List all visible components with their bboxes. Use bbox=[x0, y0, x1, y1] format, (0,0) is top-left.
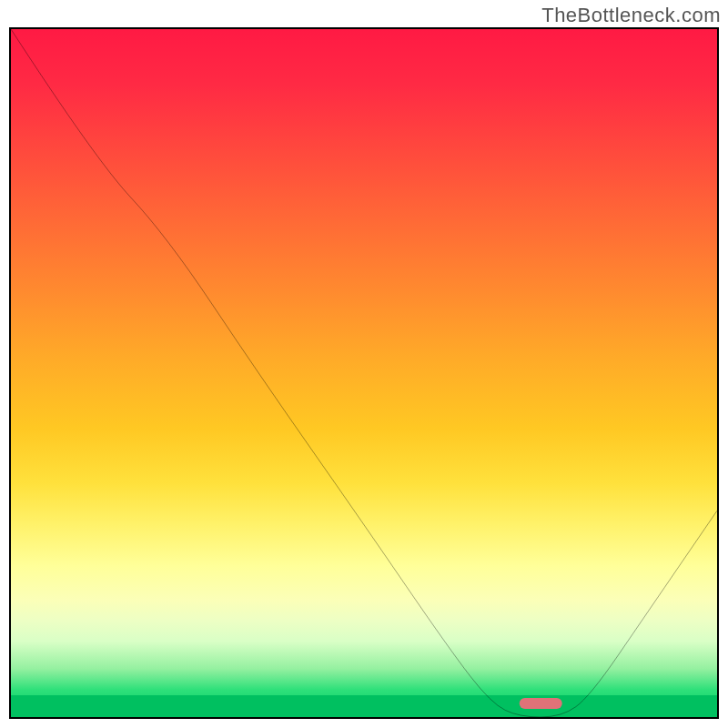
chart-frame bbox=[9, 27, 719, 719]
watermark-text: TheBottleneck.com bbox=[541, 4, 721, 27]
ideal-point-marker bbox=[520, 698, 562, 709]
bottleneck-curve bbox=[11, 29, 717, 717]
